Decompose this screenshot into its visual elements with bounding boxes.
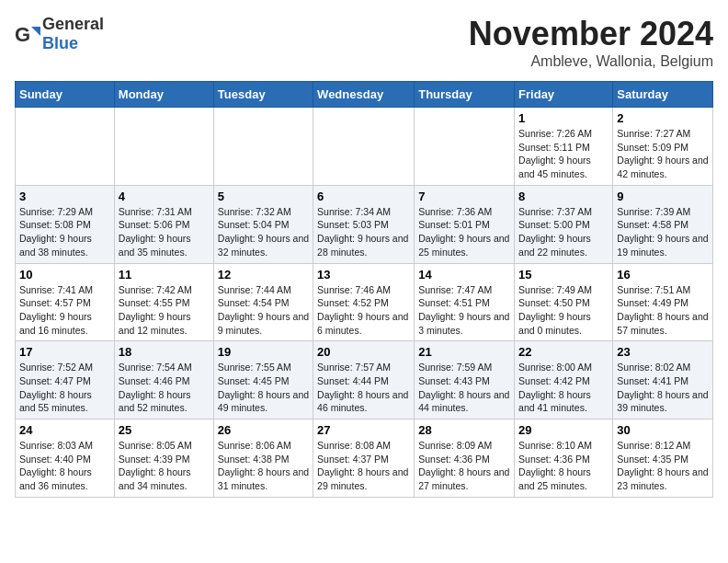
day-info: Sunrise: 7:49 AM Sunset: 4:50 PM Dayligh… [518,283,609,338]
calendar-cell: 9Sunrise: 7:39 AM Sunset: 4:58 PM Daylig… [613,185,713,263]
calendar-cell [16,108,115,186]
page-header: G General Blue November 2024 Ambleve, Wa… [15,15,713,70]
day-info: Sunrise: 7:44 AM Sunset: 4:54 PM Dayligh… [218,283,309,338]
day-info: Sunrise: 7:41 AM Sunset: 4:57 PM Dayligh… [19,283,110,338]
day-info: Sunrise: 7:29 AM Sunset: 5:08 PM Dayligh… [19,205,110,259]
calendar-cell [114,108,213,186]
calendar-cell [313,108,415,186]
calendar-cell: 6Sunrise: 7:34 AM Sunset: 5:03 PM Daylig… [313,185,415,263]
calendar-cell: 13Sunrise: 7:46 AM Sunset: 4:52 PM Dayli… [313,263,415,341]
calendar-week-5: 24Sunrise: 8:03 AM Sunset: 4:40 PM Dayli… [16,419,713,498]
day-info: Sunrise: 7:42 AM Sunset: 4:55 PM Dayligh… [119,283,210,338]
calendar-cell [415,108,515,186]
day-info: Sunrise: 8:00 AM Sunset: 4:42 PM Dayligh… [518,361,609,415]
calendar-cell: 22Sunrise: 8:00 AM Sunset: 4:42 PM Dayli… [515,341,613,419]
day-info: Sunrise: 8:09 AM Sunset: 4:36 PM Dayligh… [418,439,510,493]
day-number: 24 [19,423,110,437]
day-number: 27 [317,423,410,437]
day-number: 18 [119,345,210,359]
day-info: Sunrise: 7:59 AM Sunset: 4:43 PM Dayligh… [418,361,510,415]
calendar-cell: 27Sunrise: 8:08 AM Sunset: 4:37 PM Dayli… [313,419,415,498]
logo-icon: G [15,21,40,47]
day-number: 5 [218,190,309,203]
calendar-body: 1Sunrise: 7:26 AM Sunset: 5:11 PM Daylig… [16,108,713,498]
day-number: 17 [19,345,110,359]
calendar-cell: 4Sunrise: 7:31 AM Sunset: 5:06 PM Daylig… [114,185,213,263]
weekday-header-sunday: Sunday [16,82,115,108]
calendar-cell: 25Sunrise: 8:05 AM Sunset: 4:39 PM Dayli… [114,419,213,498]
svg-text:G: G [15,23,30,46]
calendar-cell: 21Sunrise: 7:59 AM Sunset: 4:43 PM Dayli… [415,341,515,419]
calendar-cell: 23Sunrise: 8:02 AM Sunset: 4:41 PM Dayli… [613,341,713,419]
day-info: Sunrise: 7:39 AM Sunset: 4:58 PM Dayligh… [617,205,709,259]
day-info: Sunrise: 8:03 AM Sunset: 4:40 PM Dayligh… [19,439,110,493]
day-info: Sunrise: 7:26 AM Sunset: 5:11 PM Dayligh… [518,127,609,181]
calendar-cell: 10Sunrise: 7:41 AM Sunset: 4:57 PM Dayli… [16,263,115,341]
day-number: 7 [418,190,510,203]
calendar-week-3: 10Sunrise: 7:41 AM Sunset: 4:57 PM Dayli… [16,263,713,341]
day-info: Sunrise: 7:27 AM Sunset: 5:09 PM Dayligh… [617,127,709,181]
calendar-cell: 2Sunrise: 7:27 AM Sunset: 5:09 PM Daylig… [613,108,713,186]
day-info: Sunrise: 8:08 AM Sunset: 4:37 PM Dayligh… [317,439,410,493]
calendar-cell: 24Sunrise: 8:03 AM Sunset: 4:40 PM Dayli… [16,419,115,498]
calendar-header: SundayMondayTuesdayWednesdayThursdayFrid… [16,82,713,108]
svg-marker-1 [31,27,40,36]
day-number: 3 [19,190,110,203]
day-number: 26 [218,423,309,437]
day-info: Sunrise: 7:52 AM Sunset: 4:47 PM Dayligh… [19,361,110,415]
calendar-cell [213,108,313,186]
day-info: Sunrise: 8:06 AM Sunset: 4:38 PM Dayligh… [218,439,309,493]
calendar-cell: 29Sunrise: 8:10 AM Sunset: 4:36 PM Dayli… [515,419,613,498]
day-info: Sunrise: 7:54 AM Sunset: 4:46 PM Dayligh… [119,361,210,415]
calendar-table: SundayMondayTuesdayWednesdayThursdayFrid… [15,81,713,498]
day-info: Sunrise: 7:36 AM Sunset: 5:01 PM Dayligh… [418,205,510,259]
day-info: Sunrise: 7:57 AM Sunset: 4:44 PM Dayligh… [317,361,410,415]
calendar-cell: 28Sunrise: 8:09 AM Sunset: 4:36 PM Dayli… [415,419,515,498]
calendar-cell: 18Sunrise: 7:54 AM Sunset: 4:46 PM Dayli… [114,341,213,419]
weekday-header-wednesday: Wednesday [313,82,415,108]
calendar-cell: 5Sunrise: 7:32 AM Sunset: 5:04 PM Daylig… [213,185,313,263]
day-number: 21 [418,345,510,359]
day-number: 15 [518,268,609,282]
calendar-cell: 8Sunrise: 7:37 AM Sunset: 5:00 PM Daylig… [515,185,613,263]
calendar-cell: 16Sunrise: 7:51 AM Sunset: 4:49 PM Dayli… [613,263,713,341]
day-info: Sunrise: 7:34 AM Sunset: 5:03 PM Dayligh… [317,205,410,259]
calendar-week-4: 17Sunrise: 7:52 AM Sunset: 4:47 PM Dayli… [16,341,713,419]
day-number: 29 [518,423,609,437]
day-number: 8 [518,190,609,203]
day-number: 22 [518,345,609,359]
day-info: Sunrise: 8:02 AM Sunset: 4:41 PM Dayligh… [617,361,709,415]
day-number: 16 [617,268,709,282]
day-number: 11 [119,268,210,282]
day-info: Sunrise: 7:55 AM Sunset: 4:45 PM Dayligh… [218,361,309,415]
day-number: 20 [317,345,410,359]
day-info: Sunrise: 7:47 AM Sunset: 4:51 PM Dayligh… [418,283,510,338]
weekday-header-tuesday: Tuesday [213,82,313,108]
day-number: 28 [418,423,510,437]
day-info: Sunrise: 7:37 AM Sunset: 5:00 PM Dayligh… [518,205,609,259]
day-number: 19 [218,345,309,359]
calendar-cell: 7Sunrise: 7:36 AM Sunset: 5:01 PM Daylig… [415,185,515,263]
weekday-header-monday: Monday [114,82,213,108]
day-number: 12 [218,268,309,282]
month-title: November 2024 [469,15,713,53]
calendar-cell: 12Sunrise: 7:44 AM Sunset: 4:54 PM Dayli… [213,263,313,341]
weekday-header-friday: Friday [515,82,613,108]
calendar-cell: 11Sunrise: 7:42 AM Sunset: 4:55 PM Dayli… [114,263,213,341]
day-number: 25 [119,423,210,437]
day-info: Sunrise: 8:10 AM Sunset: 4:36 PM Dayligh… [518,439,609,493]
day-number: 6 [317,190,410,203]
weekday-header-thursday: Thursday [415,82,515,108]
calendar-week-2: 3Sunrise: 7:29 AM Sunset: 5:08 PM Daylig… [16,185,713,263]
calendar-cell: 20Sunrise: 7:57 AM Sunset: 4:44 PM Dayli… [313,341,415,419]
logo-general-text: General [42,15,104,33]
day-number: 10 [19,268,110,282]
calendar-cell: 3Sunrise: 7:29 AM Sunset: 5:08 PM Daylig… [16,185,115,263]
calendar-cell: 14Sunrise: 7:47 AM Sunset: 4:51 PM Dayli… [415,263,515,341]
day-number: 13 [317,268,410,282]
logo: G General Blue [15,15,104,53]
weekday-header-saturday: Saturday [613,82,713,108]
day-number: 30 [617,423,709,437]
logo-blue-text: Blue [42,34,78,52]
calendar-cell: 1Sunrise: 7:26 AM Sunset: 5:11 PM Daylig… [515,108,613,186]
